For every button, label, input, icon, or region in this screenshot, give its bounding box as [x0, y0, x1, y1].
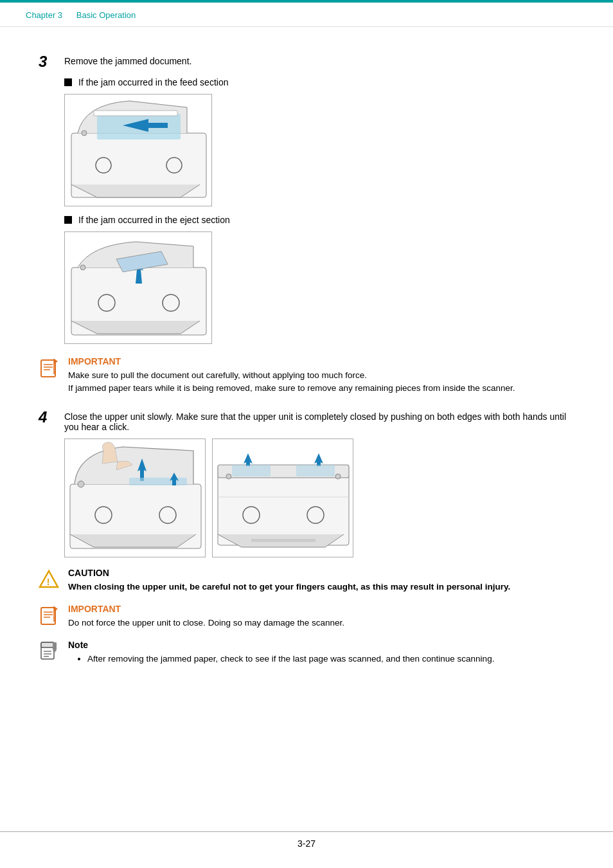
- diagram-step4-left: [64, 439, 206, 557]
- diagram-feed-image: [64, 94, 212, 206]
- bullet-eject-text: If the jam occurred in the eject section: [78, 215, 230, 225]
- notice-caution-title: CAUTION: [68, 568, 510, 578]
- diagram-step4-right: [212, 439, 353, 557]
- svg-marker-27: [244, 453, 253, 466]
- diagram-eject-section: [64, 231, 574, 346]
- svg-point-11: [80, 265, 85, 270]
- svg-rect-23: [129, 478, 187, 485]
- step-3-number: 3: [39, 53, 64, 71]
- page-number: 3-27: [298, 838, 315, 849]
- notice-note-title: Note: [68, 640, 494, 650]
- step-4-row: 4 Close the upper unit slowly. Make sure…: [39, 408, 574, 432]
- svg-marker-28: [314, 453, 323, 466]
- notice-caution: ! CAUTION When closing the upper unit, b…: [39, 568, 574, 593]
- diagram-eject-image: [64, 231, 212, 344]
- step-3-row: 3 Remove the jammed document.: [39, 53, 574, 71]
- notice-caution-content: CAUTION When closing the upper unit, be …: [68, 568, 510, 593]
- breadcrumb-section: Basic Operation: [76, 10, 136, 20]
- note-icon: [39, 641, 62, 664]
- bullet-feed-text: If the jam occurred in the feed section: [78, 77, 228, 87]
- important-icon-1: [39, 357, 62, 380]
- svg-rect-46: [41, 642, 54, 647]
- svg-point-6: [82, 131, 87, 136]
- svg-point-22: [78, 481, 84, 487]
- notice-important-2: IMPORTANT Do not force the upper unit to…: [39, 604, 574, 629]
- bullet-square-icon-2: [64, 216, 72, 224]
- main-content: 3 Remove the jammed document. If the jam…: [0, 27, 613, 709]
- bullet-feed-section: If the jam occurred in the feed section: [64, 77, 574, 87]
- notice-important-1-title: IMPORTANT: [68, 356, 515, 366]
- svg-point-35: [226, 474, 231, 479]
- bullet-eject-section: If the jam occurred in the eject section: [64, 215, 574, 225]
- svg-point-36: [335, 474, 341, 479]
- page-footer: 3-27: [0, 831, 613, 849]
- diagram-step4-row: [64, 439, 574, 557]
- svg-rect-12: [41, 360, 55, 377]
- breadcrumb-chapter: Chapter 3: [26, 10, 62, 20]
- breadcrumb: Chapter 3 Basic Operation: [0, 3, 613, 27]
- notice-important-1-body: Make sure to pull the document out caref…: [68, 369, 515, 395]
- notice-note: Note After removing the jammed paper, ch…: [39, 640, 574, 665]
- step-4-text: Close the upper unit slowly. Make sure t…: [64, 408, 574, 432]
- notice-important-1-content: IMPORTANT Make sure to pull the document…: [68, 356, 515, 395]
- diagram-feed-section: [64, 94, 574, 208]
- svg-rect-5: [94, 111, 177, 116]
- svg-rect-29: [232, 465, 271, 476]
- svg-text:!: !: [47, 577, 50, 587]
- notice-caution-body: When closing the upper unit, be careful …: [68, 581, 510, 593]
- svg-rect-50: [53, 642, 57, 650]
- step-4-number: 4: [39, 408, 64, 426]
- notice-note-content: Note After removing the jammed paper, ch…: [68, 640, 494, 665]
- notice-important-2-body: Do not force the upper unit to close. Do…: [68, 617, 344, 629]
- notice-important-1: IMPORTANT Make sure to pull the document…: [39, 356, 574, 395]
- svg-rect-33: [251, 539, 315, 542]
- notice-important-2-content: IMPORTANT Do not force the upper unit to…: [68, 604, 344, 629]
- bullet-square-icon: [64, 78, 72, 86]
- step-3-text: Remove the jammed document.: [64, 53, 191, 66]
- notice-note-body: After removing the jammed paper, check t…: [68, 653, 494, 665]
- caution-icon: !: [39, 569, 62, 592]
- svg-rect-30: [296, 465, 335, 476]
- notice-important-2-title: IMPORTANT: [68, 604, 344, 614]
- important-icon-2: [39, 605, 62, 628]
- svg-rect-39: [41, 608, 55, 624]
